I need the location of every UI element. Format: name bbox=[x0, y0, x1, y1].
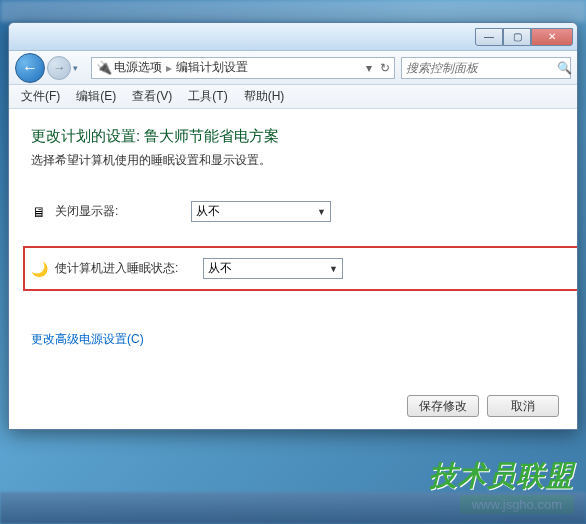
content-area: 更改计划的设置: 鲁大师节能省电方案 选择希望计算机使用的睡眠设置和显示设置。 … bbox=[9, 109, 577, 429]
navigation-bar: ← → ▾ 🔌 电源选项 ▸ 编辑计划设置 ▾ ↻ 🔍 bbox=[9, 51, 577, 85]
chevron-down-icon: ▼ bbox=[317, 207, 326, 217]
page-subtitle: 选择希望计算机使用的睡眠设置和显示设置。 bbox=[31, 152, 555, 169]
menu-bar: 文件(F) 编辑(E) 查看(V) 工具(T) 帮助(H) bbox=[9, 85, 577, 109]
watermark-text: 技术员联盟 bbox=[429, 457, 574, 495]
menu-file[interactable]: 文件(F) bbox=[13, 86, 68, 107]
menu-edit[interactable]: 编辑(E) bbox=[68, 86, 124, 107]
close-button[interactable]: ✕ bbox=[531, 28, 573, 46]
display-off-label: 关闭显示器: bbox=[55, 203, 183, 220]
refresh-icon[interactable]: ↻ bbox=[380, 61, 390, 75]
display-off-select[interactable]: 从不 ▼ bbox=[191, 201, 331, 222]
power-icon: 🔌 bbox=[96, 60, 112, 75]
setting-sleep: 🌙 使计算机进入睡眠状态: 从不 ▼ bbox=[23, 246, 577, 291]
addressbar-dropdown-icon[interactable]: ▾ bbox=[366, 61, 372, 75]
footer-buttons: 保存修改 取消 bbox=[407, 395, 559, 417]
advanced-settings-link[interactable]: 更改高级电源设置(C) bbox=[31, 331, 144, 348]
minimize-button[interactable]: — bbox=[475, 28, 503, 46]
save-button[interactable]: 保存修改 bbox=[407, 395, 479, 417]
moon-icon: 🌙 bbox=[31, 261, 47, 277]
titlebar: — ▢ ✕ bbox=[9, 23, 577, 51]
menu-help[interactable]: 帮助(H) bbox=[236, 86, 293, 107]
history-dropdown[interactable]: ▾ bbox=[73, 63, 85, 73]
background-blur-bottom bbox=[0, 492, 586, 524]
search-box[interactable]: 🔍 bbox=[401, 57, 571, 79]
menu-view[interactable]: 查看(V) bbox=[124, 86, 180, 107]
back-button[interactable]: ← bbox=[15, 53, 45, 83]
monitor-icon: 🖥 bbox=[31, 204, 47, 220]
sleep-label: 使计算机进入睡眠状态: bbox=[55, 260, 195, 277]
nav-arrows: ← → ▾ bbox=[15, 53, 85, 83]
breadcrumb-part2[interactable]: 编辑计划设置 bbox=[176, 59, 248, 76]
addressbar-end: ▾ ↻ bbox=[366, 61, 390, 75]
sleep-select[interactable]: 从不 ▼ bbox=[203, 258, 343, 279]
chevron-down-icon: ▼ bbox=[329, 264, 338, 274]
breadcrumb-part1[interactable]: 电源选项 bbox=[114, 59, 162, 76]
search-icon[interactable]: 🔍 bbox=[557, 61, 572, 75]
window-controls: — ▢ ✕ bbox=[475, 28, 573, 46]
control-panel-window: — ▢ ✕ ← → ▾ 🔌 电源选项 ▸ 编辑计划设置 ▾ ↻ 🔍 文件(F) … bbox=[8, 22, 578, 430]
forward-button[interactable]: → bbox=[47, 56, 71, 80]
search-input[interactable] bbox=[406, 61, 557, 75]
background-blur-top bbox=[0, 0, 586, 22]
cancel-button[interactable]: 取消 bbox=[487, 395, 559, 417]
display-off-value: 从不 bbox=[196, 203, 220, 220]
sleep-value: 从不 bbox=[208, 260, 232, 277]
page-title: 更改计划的设置: 鲁大师节能省电方案 bbox=[31, 127, 555, 146]
breadcrumb-separator: ▸ bbox=[164, 61, 174, 75]
menu-tools[interactable]: 工具(T) bbox=[180, 86, 235, 107]
setting-display-off: 🖥 关闭显示器: 从不 ▼ bbox=[31, 197, 555, 226]
address-bar[interactable]: 🔌 电源选项 ▸ 编辑计划设置 ▾ ↻ bbox=[91, 57, 395, 79]
maximize-button[interactable]: ▢ bbox=[503, 28, 531, 46]
